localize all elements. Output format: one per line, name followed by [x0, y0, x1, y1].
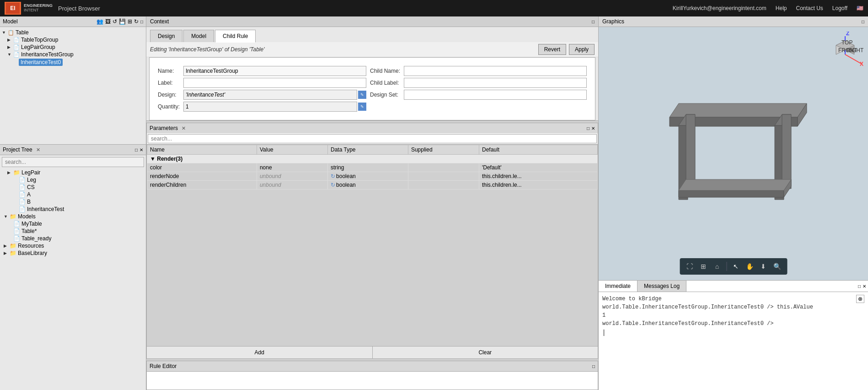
expand-arrow: ▶ [7, 45, 12, 49]
model-icon-3[interactable]: ↺ [113, 18, 117, 25]
params-search-input[interactable] [148, 134, 597, 143]
param-name: color [147, 163, 257, 172]
tab-messages-log[interactable]: Messages Log [638, 281, 686, 292]
list-item[interactable]: 📄 A [0, 191, 146, 198]
list-item[interactable]: 📄 Table* [0, 228, 146, 235]
svg-text:RIGHT: RIGHT [847, 47, 863, 54]
search-btn[interactable]: 🔍 [771, 260, 783, 273]
model-panel-corner[interactable]: □ [140, 19, 143, 24]
list-item[interactable]: 📄 CS [0, 184, 146, 191]
cursor-btn[interactable]: ↖ [729, 260, 742, 273]
tab-model[interactable]: Model [183, 30, 214, 42]
logo-icon: EI [5, 2, 21, 15]
name-input[interactable] [183, 66, 366, 76]
apply-button[interactable]: Apply [569, 44, 595, 55]
rule-editor-header: Rule Editor □ [146, 361, 598, 372]
list-item[interactable]: ▶ 📁 Resources [0, 242, 146, 249]
group-collapse-icon[interactable]: ▼ [150, 156, 155, 162]
navigation-cube[interactable]: Z X TOP FRONT RIGHT [827, 32, 863, 68]
tab-childrule[interactable]: Child Rule [215, 30, 256, 43]
table-row[interactable]: renderChildren unbound ↻boolean this.chi… [147, 181, 598, 190]
quantity-edit-btn[interactable]: ✎ [358, 103, 366, 111]
list-item[interactable]: ▶ 📁 LegPair [0, 169, 146, 176]
expand-arrow: ▼ [2, 30, 6, 35]
tree-item-legpairgroup[interactable]: ▶ 📄 LegPairGroup [0, 43, 146, 51]
rule-editor-corner[interactable]: □ [592, 364, 595, 369]
context-corner[interactable]: □ [592, 19, 595, 24]
tree-item-table[interactable]: ▼ 📋 Table [0, 29, 146, 36]
clear-button[interactable]: Clear [373, 347, 598, 358]
context-section: Context □ Design Model Child Rule Editin… [146, 16, 598, 121]
col-value: Value [257, 145, 327, 155]
quantity-label: Quantity: [158, 103, 180, 110]
project-tree-restore[interactable]: □ [135, 147, 138, 152]
design-edit-btn[interactable]: ✎ [358, 91, 366, 99]
list-item[interactable]: 📄 B [0, 198, 146, 206]
add-button[interactable]: Add [147, 347, 373, 358]
model-icon-6[interactable]: ↻ [134, 18, 139, 25]
immediate-text: Welcome to kBridge world.Table.Inheritan… [602, 295, 864, 328]
param-default: 'Default' [479, 163, 597, 172]
list-item[interactable]: 📄 Leg [0, 176, 146, 184]
bottom-restore[interactable]: □ [858, 284, 861, 289]
logoff-link[interactable]: Logoff [832, 5, 847, 11]
fullscreen-btn[interactable]: ⛶ [683, 260, 696, 273]
project-search-input[interactable] [2, 157, 144, 167]
params-table: Name Value Data Type Supplied Default ▼ … [147, 145, 598, 190]
svg-marker-9 [686, 114, 695, 189]
model-icon-5[interactable]: ⊞ [128, 18, 132, 25]
param-supplied [408, 163, 479, 172]
pan-btn[interactable]: ✋ [743, 260, 756, 273]
graphics-viewport[interactable]: Z X TOP FRONT RIGHT [599, 27, 868, 280]
tree-item-inheritancetestgroup[interactable]: ▼ 📄 InheritanceTestGroup [0, 51, 146, 58]
project-tree-close-panel[interactable]: ✕ [139, 147, 143, 152]
model-title: Model [3, 18, 18, 25]
tree-item-tabletopgroup[interactable]: ▶ 📄 TableTopGroup [0, 36, 146, 43]
download-btn[interactable]: ⬇ [757, 260, 770, 273]
tree-item-inheritancetest0[interactable]: InheritanceTest0 [0, 58, 146, 66]
tab-design[interactable]: Design [150, 30, 182, 42]
params-group-row: ▼ Render(3) [147, 155, 598, 163]
parameters-close[interactable]: ✕ [182, 125, 186, 131]
list-item[interactable]: 📄 InheritanceTest [0, 206, 146, 213]
list-item[interactable]: ▼ 📁 Models [0, 213, 146, 220]
topbar: EI ENGINEERING INTENT Project Browser Ki… [0, 0, 868, 16]
revert-button[interactable]: Revert [538, 44, 566, 55]
params-close-btn[interactable]: ✕ [591, 126, 595, 131]
project-tree-close[interactable]: ✕ [36, 147, 40, 153]
svg-line-16 [845, 54, 861, 64]
design-input[interactable] [183, 90, 357, 100]
table-row[interactable]: color none string 'Default' [147, 163, 598, 172]
contact-link[interactable]: Contact Us [796, 5, 823, 11]
model-icon-4[interactable]: 💾 [119, 18, 126, 25]
model-header-icons: 👥 🖼 ↺ 💾 ⊞ ↻ □ [96, 18, 143, 25]
params-restore[interactable]: □ [587, 126, 589, 131]
tab-immediate[interactable]: Immediate [599, 281, 638, 292]
list-item[interactable]: 📄 Table_ready [0, 235, 146, 242]
label-input[interactable] [183, 78, 366, 88]
expand-arrow: ▼ [7, 52, 12, 57]
model-icon-2[interactable]: 🖼 [105, 18, 111, 25]
design-set-input[interactable] [404, 90, 587, 100]
graphics-corner[interactable]: □ [862, 19, 864, 24]
tree-label-inheritancetestgroup: InheritanceTestGroup [21, 51, 74, 58]
help-link[interactable]: Help [776, 5, 787, 11]
child-name-input[interactable] [404, 66, 587, 76]
bottom-close[interactable]: ✕ [863, 284, 866, 289]
list-item[interactable]: 📄 MyTable [0, 220, 146, 228]
list-item[interactable]: ▶ 📁 BaseLibrary [0, 249, 146, 257]
user-email: KirillYurkevich@engineeringintent.com [673, 5, 766, 11]
immediate-content[interactable]: ⊗ Welcome to kBridge world.Table.Inherit… [599, 292, 868, 390]
svg-marker-11 [679, 190, 784, 197]
home-btn[interactable]: ⌂ [711, 260, 723, 273]
grid-btn[interactable]: ⊞ [697, 260, 710, 273]
stop-button[interactable]: ⊗ [856, 295, 864, 303]
model-icon-1[interactable]: 👥 [96, 18, 103, 25]
quantity-input[interactable] [183, 102, 357, 112]
col-default: Default [479, 145, 597, 155]
child-label-input[interactable] [404, 78, 587, 88]
table-row[interactable]: renderNode unbound ↻boolean this.childre… [147, 172, 598, 181]
col-datatype: Data Type [328, 145, 408, 155]
center-panel: Context □ Design Model Child Rule Editin… [146, 16, 598, 390]
left-panel: Model 👥 🖼 ↺ 💾 ⊞ ↻ □ ▼ 📋 Table [0, 16, 146, 390]
